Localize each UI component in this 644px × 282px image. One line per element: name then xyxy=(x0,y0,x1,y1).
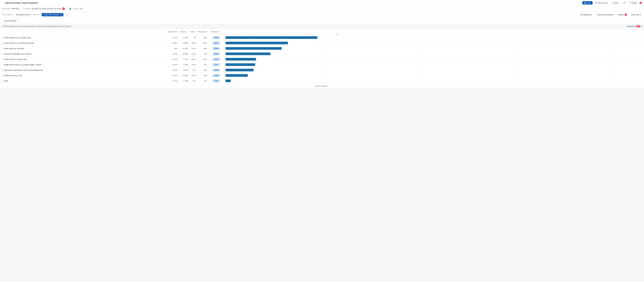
data-table: Data point % Universe Index Responses ↕ … xyxy=(0,29,644,84)
base-audience-select[interactable]: All internet users ▾ xyxy=(14,13,32,16)
row-menu-8[interactable]: ⋮ xyxy=(9,79,12,82)
row-menu-5[interactable]: ⋮ xyxy=(42,63,45,66)
export-button[interactable]: ⬆ Export xyxy=(628,1,638,4)
row-label-3: Ecommerce websites (e.g. Amazon) xyxy=(4,53,32,55)
waves-badge: 4 xyxy=(62,7,65,10)
row-menu-7[interactable]: ⋮ xyxy=(22,74,26,77)
row-label-2: Video sites (e.g. YouTube) xyxy=(4,47,24,49)
row-label-cell-0: Search engines (e.g. Google, Bing) ⋮ xyxy=(0,35,166,40)
chevron-down-icon-3: ▾ xyxy=(613,14,614,16)
chevron-down-icon-5: ▾ xyxy=(641,25,642,27)
save-button[interactable]: 💾 Save xyxy=(582,1,593,4)
row-menu-2[interactable]: ⋮ xyxy=(25,47,28,50)
audience-icon: ↑ xyxy=(43,14,44,16)
row-chart-3 xyxy=(224,51,644,57)
row-menu-3[interactable]: ⋮ xyxy=(32,52,36,55)
row-checkbox-4[interactable] xyxy=(1,58,3,60)
row-checkbox-0[interactable] xyxy=(1,37,3,38)
row-index-2: 132.6 xyxy=(189,46,197,51)
row-chart-8 xyxy=(224,78,644,84)
table-row: Type queries directly into your browser … xyxy=(0,67,644,73)
info-icon: ℹ xyxy=(2,25,3,27)
locations-filter[interactable]: 👤 Locations All xyxy=(67,6,84,11)
table-row: Review sites (e.g. Yelp) ⋮ 18.4% 5.29M 1… xyxy=(0,73,644,78)
row-index-7: 135.5 xyxy=(189,73,197,78)
metrics-badge: 5 xyxy=(624,13,627,16)
row-label-cell-6: Type queries directly into your browser … xyxy=(0,67,166,73)
row-responses-7: 1.84k xyxy=(197,73,208,78)
row-checkbox-3[interactable] xyxy=(1,53,3,55)
row-menu-0[interactable]: ⋮ xyxy=(32,36,35,39)
row-universe-6: 6.67M xyxy=(179,67,189,73)
page-title: Watch Purchase / Search Behavior xyxy=(5,2,38,4)
top-bar: ← Watch Purchase / Search Behavior 💾 Sav… xyxy=(0,0,644,6)
row-datapoint-7: 18.4% xyxy=(166,73,179,78)
row-label-cell-3: Ecommerce websites (e.g. Amazon) ⋮ xyxy=(0,51,166,57)
row-index-5: 165.6 xyxy=(189,62,197,67)
row-index-0: 85 xyxy=(189,35,197,40)
row-index-3: 114.6 xyxy=(189,51,197,57)
row-menu-1[interactable]: ⋮ xyxy=(35,41,38,45)
row-checkbox-2[interactable] xyxy=(1,47,3,49)
col-header-audience[interactable]: ↕ Audience % xyxy=(208,29,224,35)
row-label-1: Social media (e.g. Facebook, Pinterest) xyxy=(4,42,34,44)
row-audience-1: 44.3% xyxy=(208,40,224,46)
col-header-responses: Responses xyxy=(197,29,208,35)
col-header-label xyxy=(0,29,166,35)
add-attribute-button[interactable]: Add an attribute + xyxy=(2,19,20,23)
audience-pct-2: 39.8% xyxy=(212,47,220,50)
row-universe-4: 7.27M xyxy=(179,57,189,62)
row-index-4: 164.4 xyxy=(189,57,197,62)
row-universe-7: 5.29M xyxy=(179,73,189,78)
row-universe-2: 13.35M xyxy=(179,46,189,51)
row-label-5: Image search tools (e.g. Google Images, … xyxy=(4,64,41,66)
row-chart-5 xyxy=(224,62,644,67)
row-responses-8: 412 xyxy=(197,78,208,84)
row-label-0: Search engines (e.g. Google, Bing) xyxy=(4,37,31,39)
row-checkbox-6[interactable] xyxy=(1,69,3,71)
table-row: Image search tools (e.g. Google Images, … xyxy=(0,62,644,67)
row-audience-4: 21.7% xyxy=(208,57,224,62)
row-responses-0: 7.38k xyxy=(197,35,208,40)
row-menu-6[interactable]: ⋮ xyxy=(44,69,47,72)
table-row: Social media (e.g. Facebook, Pinterest) … xyxy=(0,40,644,46)
save-as-new-button[interactable]: ⬇ Save as new xyxy=(594,1,609,4)
row-checkbox-1[interactable] xyxy=(1,42,3,44)
row-menu-4[interactable]: ⋮ xyxy=(27,58,30,61)
data-points-control[interactable]: Data points 9/9 ▾ xyxy=(627,25,642,27)
share-button[interactable]: ↗ Share xyxy=(610,1,620,4)
row-index-6: 91.1 xyxy=(189,67,197,73)
row-checkbox-5[interactable] xyxy=(1,64,3,66)
add-audience-button[interactable]: + xyxy=(65,13,69,17)
row-checkbox-7[interactable] xyxy=(1,75,3,76)
question-header: ℹ Which way(s) have you found informatio… xyxy=(0,24,644,29)
bottom-add-attribute-button[interactable]: Add an attribute + xyxy=(315,85,329,87)
row-label-7: Review sites (e.g. Yelp) xyxy=(4,75,22,77)
waves-icon: ⟳ xyxy=(24,8,25,10)
row-datapoint-3: 15.5% xyxy=(166,51,179,57)
segment-icon: ⊞ xyxy=(580,14,582,16)
link-button[interactable]: 🔗 xyxy=(621,1,627,4)
metrics-button[interactable]: Metrics 5 xyxy=(617,13,628,16)
datasets-filter[interactable]: ≡ Datasets GWI USA xyxy=(2,6,21,11)
bar-1 xyxy=(226,42,288,44)
row-responses-4: 2.52k xyxy=(197,57,208,62)
row-label-cell-2: Video sites (e.g. YouTube) ⋮ xyxy=(0,46,166,51)
row-label-8: Other xyxy=(4,80,8,82)
chevron-down-icon-2: ▾ xyxy=(61,14,62,16)
chart-view-button[interactable]: Chart view ▾ xyxy=(630,13,642,16)
audience-select[interactable]: ↑ Gen XYZ / Purcha... ▾ xyxy=(42,13,64,16)
bar-5 xyxy=(226,63,255,66)
segment-by-button[interactable]: ⊞ Segment by xyxy=(580,13,593,16)
sort-by-button[interactable]: ↕ Sort by Descending ▾ xyxy=(595,13,615,16)
chevron-down-icon-4: ▾ xyxy=(640,14,641,16)
row-audience-8: 3.7% xyxy=(208,78,224,84)
table-row: Search engines (e.g. Google, Bing) ⋮ 11.… xyxy=(0,35,644,40)
waves-filter[interactable]: ⟳ Waves Q4 2021, Q1 2022, Q2 2022, Q3 20… xyxy=(21,6,67,11)
back-button[interactable]: ← xyxy=(2,2,4,4)
row-checkbox-8[interactable] xyxy=(1,80,3,82)
row-label-6: Type queries directly into your browser … xyxy=(4,69,43,71)
row-chart-1 xyxy=(224,40,644,46)
audience-pct-3: 31.9% xyxy=(212,52,220,55)
audience-pct-4: 21.7% xyxy=(212,58,220,61)
